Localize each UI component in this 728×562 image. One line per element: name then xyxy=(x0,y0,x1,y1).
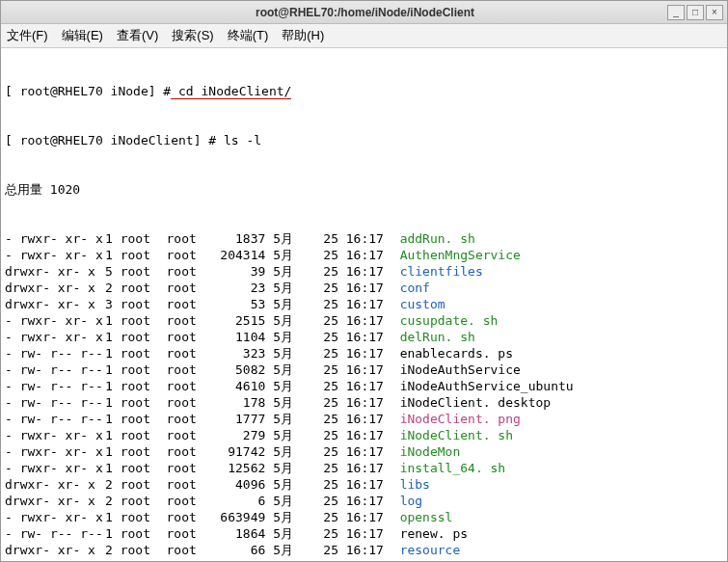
file-row: - rwxr- xr- x 1 root root 2515 5月 25 16:… xyxy=(5,312,723,329)
file-name: iNodeClient. desktop xyxy=(400,395,552,410)
menubar: 文件(F) 编辑(E) 查看(V) 搜索(S) 终端(T) 帮助(H) xyxy=(1,24,727,48)
file-name: custom xyxy=(400,297,445,311)
maximize-button[interactable]: □ xyxy=(687,5,704,20)
file-row: - rw- r-- r-- 1 root root 1864 5月 25 16:… xyxy=(5,525,723,542)
file-name: resource xyxy=(400,543,461,557)
file-row: - rwxr- xr- x 1 root root 1837 5月 25 16:… xyxy=(5,230,723,247)
file-name: log xyxy=(400,494,422,508)
file-name: iNodeClient. png xyxy=(400,412,521,426)
file-row: drwxr- xr- x 2 root root 66 5月 25 16:17 … xyxy=(5,542,723,558)
file-row: - rw- r-- r-- 1 root root 178 5月 25 16:1… xyxy=(5,394,723,411)
prompt-line-1: [ root@RHEL70 iNode] # cd iNodeClient/ xyxy=(5,83,723,99)
file-row: - rw- r-- r-- 1 root root 4610 5月 25 16:… xyxy=(5,378,723,394)
file-row: - rwxr- xr- x 1 root root 91742 5月 25 16… xyxy=(5,443,723,460)
file-row: - rwxr- xr- x 1 root root 12562 5月 25 16… xyxy=(5,460,723,476)
file-name: addRun. sh xyxy=(400,231,475,246)
file-name: delRun. sh xyxy=(400,330,475,344)
file-name: uninstall. sh xyxy=(400,559,499,561)
file-name: libs xyxy=(400,477,430,492)
file-row: - rwxr- xr- x 1 root root 2120 5月 25 16:… xyxy=(5,558,723,561)
file-name: openssl xyxy=(400,510,453,524)
prompt-line-2: [ root@RHEL70 iNodeClient] # ls -l xyxy=(5,132,723,148)
window-controls: _ □ × xyxy=(667,5,723,20)
titlebar: root@RHEL70:/home/iNode/iNodeClient _ □ … xyxy=(1,1,727,24)
menu-help[interactable]: 帮助(H) xyxy=(282,27,324,44)
cmd-cd: cd iNodeClient/ xyxy=(171,84,291,99)
menu-file[interactable]: 文件(F) xyxy=(7,27,48,44)
minimize-button[interactable]: _ xyxy=(667,5,685,20)
file-row: - rwxr- xr- x 1 root root 279 5月 25 16:1… xyxy=(5,427,723,443)
file-name: install_64. sh xyxy=(400,461,506,475)
file-name: AuthenMngService xyxy=(400,248,521,262)
menu-view[interactable]: 查看(V) xyxy=(117,27,158,44)
menu-search[interactable]: 搜索(S) xyxy=(172,27,213,44)
file-row: - rw- r-- r-- 1 root root 323 5月 25 16:1… xyxy=(5,345,723,361)
file-name: iNodeClient. sh xyxy=(400,428,513,442)
menu-edit[interactable]: 编辑(E) xyxy=(62,27,103,44)
file-row: drwxr- xr- x 3 root root 53 5月 25 16:17 … xyxy=(5,296,723,312)
file-name: enablecards. ps xyxy=(400,346,513,361)
file-list: - rwxr- xr- x 1 root root 1837 5月 25 16:… xyxy=(5,230,723,561)
file-row: drwxr- xr- x 2 root root 23 5月 25 16:17 … xyxy=(5,280,723,296)
file-name: iNodeAuthService_ubuntu xyxy=(400,379,574,393)
file-row: - rwxr- xr- x 1 root root 663949 5月 25 1… xyxy=(5,509,723,525)
file-row: drwxr- xr- x 5 root root 39 5月 25 16:17 … xyxy=(5,263,723,280)
file-row: drwxr- xr- x 2 root root 4096 5月 25 16:1… xyxy=(5,476,723,493)
file-row: - rw- r-- r-- 1 root root 1777 5月 25 16:… xyxy=(5,411,723,427)
file-row: - rw- r-- r-- 1 root root 5082 5月 25 16:… xyxy=(5,361,723,378)
terminal-window: root@RHEL70:/home/iNode/iNodeClient _ □ … xyxy=(0,0,728,562)
file-row: - rwxr- xr- x 1 root root 204314 5月 25 1… xyxy=(5,247,723,263)
file-name: cusupdate. sh xyxy=(400,313,499,328)
file-name: conf xyxy=(400,281,430,295)
menu-terminal[interactable]: 终端(T) xyxy=(228,27,269,44)
total-line: 总用量 1020 xyxy=(5,181,723,198)
terminal-area[interactable]: [ root@RHEL70 iNode] # cd iNodeClient/ [… xyxy=(1,48,727,561)
file-row: - rwxr- xr- x 1 root root 1104 5月 25 16:… xyxy=(5,329,723,345)
file-name: clientfiles xyxy=(400,264,483,279)
file-row: drwxr- xr- x 2 root root 6 5月 25 16:17 l… xyxy=(5,493,723,509)
window-title: root@RHEL70:/home/iNode/iNodeClient xyxy=(63,6,667,19)
file-name: renew. ps xyxy=(400,526,468,541)
file-name: iNodeMon xyxy=(400,444,461,459)
close-button[interactable]: × xyxy=(706,5,723,20)
file-name: iNodeAuthService xyxy=(400,362,521,377)
